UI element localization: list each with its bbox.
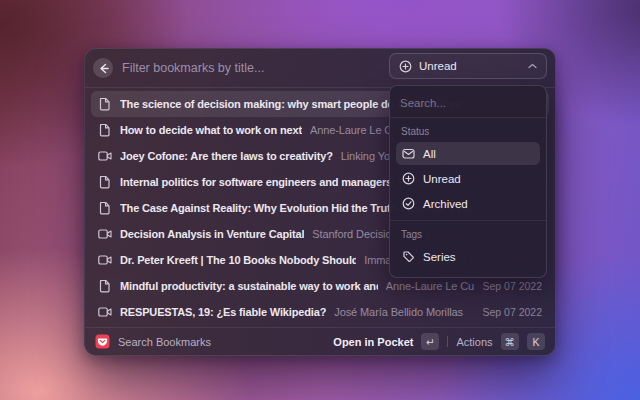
dropdown-item-archived[interactable]: Archived: [396, 192, 540, 215]
video-icon: [98, 150, 112, 162]
actions-button[interactable]: Actions: [456, 336, 492, 348]
launcher-window: Unread The science of decision making: w…: [84, 48, 556, 356]
bookmark-title: RESPUESTAS, 19: ¿Es fiable Wikipedia?: [120, 306, 326, 318]
dropdown-item-label: All: [423, 148, 436, 160]
dropdown-search-input[interactable]: [400, 97, 536, 109]
return-key-badge: ↵: [421, 333, 439, 350]
chevron-up-icon: [528, 63, 537, 69]
bookmark-subtitle: José María Bellido Morillas: [334, 306, 463, 318]
dropdown-item-series[interactable]: Series: [396, 245, 540, 268]
video-icon: [98, 254, 112, 266]
footer-separator: [447, 336, 448, 347]
tags-section-label: Tags: [396, 226, 540, 245]
footer-bar: Search Bookmarks Open in Pocket ↵ Action…: [85, 328, 555, 355]
circle-plus-icon: [402, 172, 415, 185]
dropdown-item-label: Unread: [423, 173, 461, 185]
pocket-logo-icon: [95, 334, 110, 349]
back-button[interactable]: [93, 58, 113, 78]
tag-icon: [402, 250, 415, 263]
status-section-label: Status: [396, 123, 540, 142]
status-filter-dropdown-panel: Status All Unread Archived Tags Series: [389, 85, 547, 278]
bookmark-subtitle: Anne-Laure Le Cunff: [386, 280, 475, 292]
dropdown-item-unread[interactable]: Unread: [396, 167, 540, 190]
status-filter-value: Unread: [419, 60, 457, 72]
article-icon: [98, 201, 112, 215]
bookmark-title: Joey Cofone: Are there laws to creativit…: [120, 150, 333, 162]
bookmark-title: How to decide what to work on next: [120, 124, 302, 136]
circle-plus-icon: [399, 60, 412, 73]
bookmark-row[interactable]: RESPUESTAS, 19: ¿Es fiable Wikipedia? Jo…: [91, 299, 549, 325]
cmd-key-badge: ⌘: [501, 333, 520, 350]
bookmark-date: Sep 07 2022: [482, 280, 542, 292]
k-key-badge: K: [527, 333, 545, 350]
dropdown-item-label: Archived: [423, 198, 468, 210]
video-icon: [98, 228, 112, 240]
article-icon: [98, 279, 112, 293]
bookmark-title: Decision Analysis in Venture Capital: [120, 228, 304, 240]
status-filter-dropdown-button[interactable]: Unread: [389, 53, 547, 79]
circle-check-icon: [402, 197, 415, 210]
bookmark-title: Mindful productivity: a sustainable way …: [120, 280, 378, 292]
article-icon: [98, 97, 112, 111]
bookmark-date: Sep 07 2022: [482, 306, 542, 318]
toolbar: Unread: [85, 49, 555, 87]
dropdown-item-all[interactable]: All: [396, 142, 540, 165]
bookmark-title: Internal politics for software engineers…: [120, 176, 428, 188]
article-icon: [98, 123, 112, 137]
app-label: Search Bookmarks: [118, 336, 211, 348]
open-in-pocket-action[interactable]: Open in Pocket: [333, 336, 413, 348]
arrow-left-icon: [98, 63, 109, 74]
bookmark-title: Dr. Peter Kreeft | The 10 Books Nobody S…: [120, 254, 356, 266]
video-icon: [98, 306, 112, 318]
dropdown-item-label: Series: [423, 251, 456, 263]
article-icon: [98, 175, 112, 189]
envelope-icon: [402, 147, 415, 160]
